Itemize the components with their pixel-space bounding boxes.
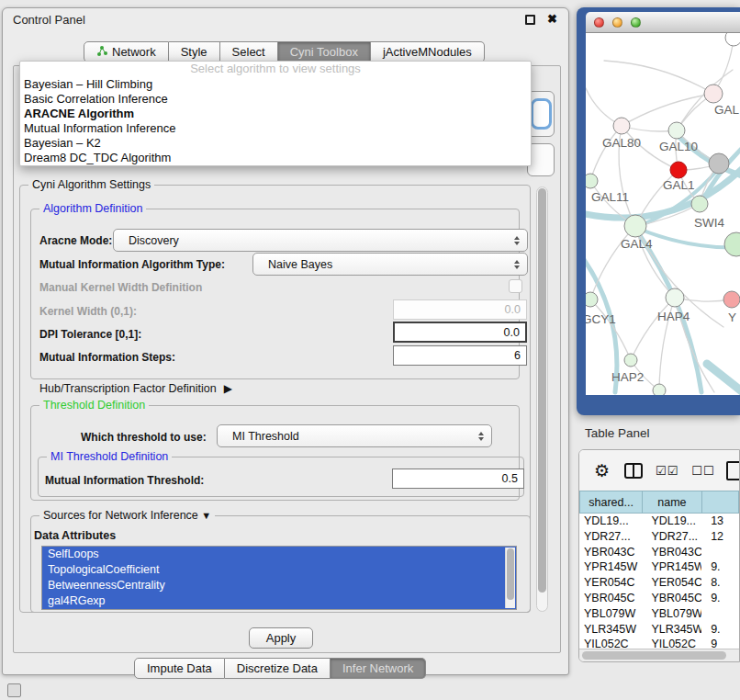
sources-group-title[interactable]: Sources for Network Inference ▼: [39, 509, 215, 522]
table-cell[interactable]: YDR27...: [642, 529, 701, 545]
close-window-icon[interactable]: ✖: [547, 12, 557, 26]
dropdown-item[interactable]: Mutual Information Inference: [20, 121, 531, 136]
select-all-icon[interactable]: ☑☑: [656, 464, 678, 478]
network-node[interactable]: [704, 85, 723, 103]
network-node[interactable]: [725, 33, 740, 46]
network-node[interactable]: [653, 384, 666, 395]
which-threshold-combobox[interactable]: MI Threshold: [217, 424, 492, 447]
table-row[interactable]: YPR145WYPR145W9.: [579, 559, 739, 575]
zoom-traffic-light-icon[interactable]: [631, 17, 641, 28]
dropdown-item[interactable]: Bayesian – Hill Climbing: [20, 77, 531, 92]
network-node[interactable]: [723, 291, 740, 308]
network-node[interactable]: [624, 215, 646, 237]
dropdown-item-selected[interactable]: ARACNE Algorithm: [20, 107, 531, 121]
network-edge[interactable]: [604, 61, 713, 94]
table-cell[interactable]: YDR27...: [579, 529, 642, 545]
network-node[interactable]: [709, 153, 729, 174]
aracne-mode-combobox[interactable]: Discovery: [113, 229, 528, 252]
table-cell[interactable]: YPR145W: [579, 559, 642, 575]
network-canvas[interactable]: GALGAL80GAL10GAL1GAL11SWI4GAL4GCY1HAP4YH…: [586, 33, 740, 395]
table-cell[interactable]: 9.: [701, 622, 739, 638]
network-node[interactable]: [666, 288, 684, 307]
network-node[interactable]: [670, 162, 687, 178]
mi-steps-field[interactable]: 6: [393, 345, 527, 366]
table-row[interactable]: YER054CYER054C8.: [579, 575, 739, 591]
kernel-width-field[interactable]: 0.0: [393, 299, 527, 320]
table-cell[interactable]: YLR345W: [579, 622, 642, 638]
table-row[interactable]: YLR345WYLR345W9.: [579, 622, 739, 638]
close-traffic-light-icon[interactable]: [594, 17, 604, 28]
tab-cyni-toolbox[interactable]: Cyni Toolbox: [278, 41, 371, 62]
network-node[interactable]: [586, 292, 598, 307]
network-node[interactable]: [586, 174, 598, 188]
table-cell[interactable]: [701, 545, 739, 560]
table-cell[interactable]: YBR043C: [579, 545, 642, 560]
list-item[interactable]: SelfLoops: [42, 547, 516, 562]
gear-icon[interactable]: ⚙: [594, 460, 610, 481]
tab-select[interactable]: Select: [220, 41, 278, 62]
table-cell[interactable]: YDL19...: [642, 514, 701, 529]
network-window-titlebar[interactable]: [586, 12, 740, 33]
list-item[interactable]: gal4RGexp: [42, 593, 516, 609]
data-attributes-list[interactable]: SelfLoops TopologicalCoefficient Between…: [41, 546, 517, 610]
scrollbar-thumb[interactable]: [582, 651, 726, 660]
tab-jactivemnodules[interactable]: jActiveMNodules: [371, 41, 485, 62]
minimize-traffic-light-icon[interactable]: [612, 17, 622, 28]
collapsed-panel-icon[interactable]: [7, 683, 21, 697]
tab-style[interactable]: Style: [169, 41, 220, 62]
table-cell[interactable]: YBR045C: [579, 591, 642, 606]
settings-vertical-scrollbar[interactable]: [536, 186, 548, 612]
table-cell[interactable]: YBR045C: [642, 591, 701, 606]
table-cell[interactable]: 9.: [701, 591, 739, 606]
table-row[interactable]: YBR045CYBR045C9.: [579, 591, 739, 606]
table-cell[interactable]: 12: [701, 529, 739, 545]
column-header-clipped[interactable]: [702, 491, 739, 514]
tab-impute-data[interactable]: Impute Data: [134, 658, 225, 679]
table-cell[interactable]: 13: [701, 514, 739, 529]
table-row[interactable]: YDL19...YDL19...13: [579, 514, 739, 529]
tab-discretize-data[interactable]: Discretize Data: [225, 658, 331, 679]
table-cell[interactable]: YDL19...: [579, 514, 642, 529]
table-cell[interactable]: YLR345W: [642, 622, 701, 638]
dpi-tolerance-field[interactable]: 0.0: [393, 322, 527, 343]
dropdown-item[interactable]: Dream8 DC_TDC Algorithm: [20, 151, 531, 165]
dropdown-item[interactable]: Bayesian – K2: [20, 136, 531, 151]
table-cell[interactable]: YBL079W: [579, 606, 642, 622]
network-edge[interactable]: [707, 364, 740, 395]
deselect-all-icon[interactable]: ☐☐: [691, 464, 714, 478]
table-cell[interactable]: 9.: [701, 559, 739, 575]
table-row[interactable]: YDR27...YDR27...12: [579, 529, 739, 545]
tab-network[interactable]: Network: [84, 41, 169, 62]
network-edge[interactable]: [590, 126, 622, 181]
mi-algorithm-type-combobox[interactable]: Naive Bayes: [252, 253, 528, 276]
table-cell[interactable]: YER054C: [642, 575, 701, 591]
tab-infer-network[interactable]: Infer Network: [331, 658, 426, 679]
table-cell[interactable]: [701, 606, 739, 622]
list-item[interactable]: TopologicalCoefficient: [42, 562, 516, 578]
table-row[interactable]: YBR043CYBR043C: [579, 545, 739, 560]
network-node[interactable]: [724, 232, 740, 256]
table-horizontal-scrollbar[interactable]: [579, 649, 739, 661]
network-edge[interactable]: [631, 298, 675, 360]
network-node[interactable]: [668, 122, 685, 139]
network-node[interactable]: [624, 354, 637, 367]
table-row[interactable]: YBL079WYBL079W: [579, 606, 739, 622]
mi-threshold-field[interactable]: 0.5: [392, 469, 524, 489]
columns-icon[interactable]: [624, 463, 643, 479]
column-header-shared[interactable]: shared...: [579, 491, 643, 514]
apply-button[interactable]: Apply: [249, 627, 313, 649]
table-cell[interactable]: YER054C: [579, 575, 642, 591]
table-cell[interactable]: YPR145W: [642, 559, 701, 575]
table-cell[interactable]: YBL079W: [642, 606, 701, 622]
network-node[interactable]: [691, 196, 708, 212]
file-icon[interactable]: [726, 461, 740, 480]
column-header-name[interactable]: name: [643, 491, 702, 514]
scrollbar-thumb[interactable]: [538, 188, 546, 593]
dropdown-item[interactable]: Basic Correlation Inference: [20, 92, 531, 107]
list-scrollbar[interactable]: [505, 548, 515, 608]
table-cell[interactable]: 8.: [701, 575, 739, 591]
manual-kernel-width-checkbox[interactable]: [509, 279, 522, 293]
list-item[interactable]: BetweennessCentrality: [42, 578, 516, 593]
table-cell[interactable]: YBR043C: [642, 545, 701, 560]
float-window-icon[interactable]: [525, 15, 535, 25]
